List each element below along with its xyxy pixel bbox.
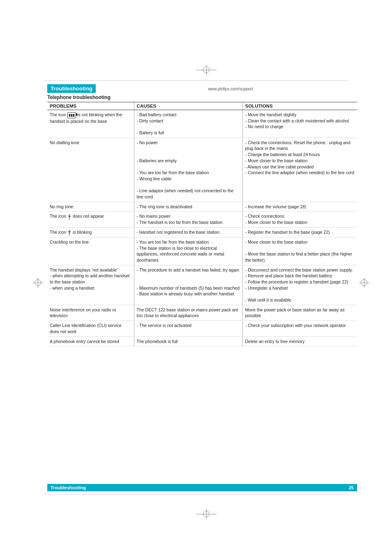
rule-bottom (44, 494, 348, 494)
problem-cell: Noise interference on your radio or tele… (47, 305, 134, 320)
page: Troubleshooting www.philips.com/support … (0, 0, 392, 555)
footer-bar: Troubleshooting 25 (47, 484, 357, 491)
table-row: No dialling tone - No power - Batteries … (47, 138, 357, 202)
footer-page: 25 (349, 485, 354, 490)
causes-cell: - The service is not activated (134, 321, 242, 336)
problem-cell: A phonebook entry cannot be stored (47, 336, 134, 346)
table-row: The icon ▮▮▮ is not blinking when the ha… (47, 110, 357, 138)
table-row: The icon is blinking - Handset not regis… (47, 227, 357, 237)
problem-cell: No dialling tone (47, 138, 134, 202)
table-row: The icon does not appear - No mains powe… (47, 212, 357, 227)
solutions-cell: - Register the handset to the base (page… (242, 227, 357, 237)
causes-cell: - Handset not registered to the base sta… (134, 227, 242, 237)
header-causes: CAUSES (134, 102, 242, 110)
table-row: Noise interference on your radio or tele… (47, 305, 357, 320)
solutions-cell: - Check connections - Move closer to the… (242, 212, 357, 227)
header-row: Troubleshooting www.philips.com/support (47, 84, 357, 93)
problem-cell: Caller Line Identification (CLI) service… (47, 321, 134, 336)
table-row: No ring tone - The ring tone is deactiva… (47, 202, 357, 212)
causes-cell: - The ring tone is deactivated (134, 202, 242, 212)
causes-cell: - Bad battery contact - Dirty contact - … (134, 110, 242, 138)
problem-cell: The icon ▮▮▮ is not blinking when the ha… (47, 110, 134, 138)
causes-cell: - No mains power - The handset is too fa… (134, 212, 242, 227)
solutions-cell: Move the power pack or base station as f… (242, 305, 357, 320)
solutions-cell: - Move the handset slightly - Clean the … (242, 110, 357, 138)
solutions-cell: - Check the connections. Reset the phone… (242, 138, 357, 202)
causes-cell: The DECT 122 base station or mains power… (134, 305, 242, 320)
header-solutions: SOLUTIONS (242, 102, 357, 110)
antenna-blink-icon (67, 230, 71, 235)
causes-cell: The phonebook is full (134, 336, 242, 346)
table-row: A phonebook entry cannot be stored The p… (47, 336, 357, 346)
table-row: Crackling on the line - You are too far … (47, 237, 357, 265)
problem-cell: The icon does not appear (47, 212, 134, 227)
solutions-cell: Delete an entry to free memory (242, 336, 357, 346)
section-title: Troubleshooting (47, 84, 96, 93)
solutions-cell: - Check your subscription with your netw… (242, 321, 357, 336)
causes-cell: - No power - Batteries are empty - You a… (134, 138, 242, 202)
solutions-cell: - Disconnect and connect the base statio… (242, 265, 357, 305)
website-url: www.philips.com/support (104, 87, 357, 91)
problem-cell: The handset displays 'not available' - w… (47, 265, 134, 305)
problem-cell: No ring tone (47, 202, 134, 212)
causes-cell: - The procedure to add a handset has fai… (134, 265, 242, 305)
troubleshooting-table: PROBLEMS CAUSES SOLUTIONS The icon ▮▮▮ i… (47, 102, 357, 346)
table-row: The handset displays 'not available' - w… (47, 265, 357, 305)
solutions-cell: - Increase the volume (page 18) (242, 202, 357, 212)
causes-cell: - You are too far from the base station … (134, 237, 242, 265)
battery-icon: ▮▮▮ (67, 112, 76, 118)
table-header-row: PROBLEMS CAUSES SOLUTIONS (47, 102, 357, 110)
solutions-cell: - Move closer to the base station - Move… (242, 237, 357, 265)
footer-label: Troubleshooting (51, 485, 86, 490)
problem-cell: Crackling on the line (47, 237, 134, 265)
page-subtitle: Telephone troubleshooting (47, 94, 357, 100)
header-problems: PROBLEMS (47, 102, 134, 110)
rule-top (44, 81, 348, 81)
table-row: Caller Line Identification (CLI) service… (47, 321, 357, 336)
problem-cell: The icon is blinking (47, 227, 134, 237)
main-content: Troubleshooting www.philips.com/support … (47, 84, 357, 491)
antenna-icon (67, 214, 71, 220)
